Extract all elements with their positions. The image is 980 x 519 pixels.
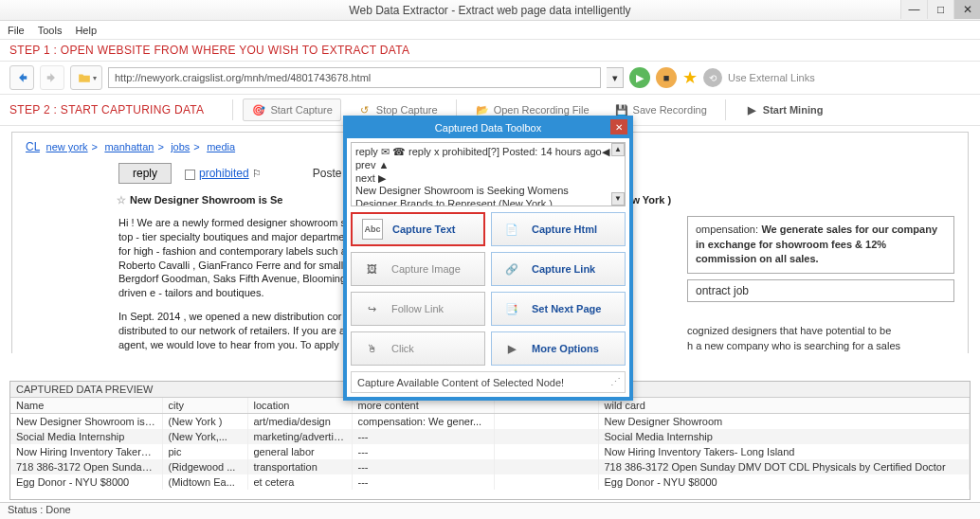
minimize-button[interactable]: — — [900, 0, 927, 19]
start-mining-button[interactable]: ▶Start Mining — [735, 98, 832, 121]
url-text: http://newyork.craigslist.org/mnh/med/48… — [115, 72, 371, 83]
dialog-close-button[interactable]: ✕ — [610, 119, 627, 134]
crumb-area[interactable]: manhattan — [104, 141, 154, 152]
stop-button[interactable]: ■ — [656, 67, 677, 88]
dialog-footer-text: Capture Available Content of Selected No… — [357, 377, 564, 388]
dialog-title: Captured Data Toolbox — [435, 122, 541, 134]
back-button[interactable] — [9, 65, 34, 90]
post-body-right: cognized designers that have potential t… — [687, 323, 954, 353]
text-icon: Abc — [362, 219, 383, 240]
more-options-button[interactable]: ▶More Options — [491, 331, 626, 366]
compensation-box: ompensation: We generate sales for our c… — [687, 216, 954, 274]
follow-icon: ↪ — [361, 298, 382, 319]
dialog-footer: Capture Available Content of Selected No… — [351, 371, 626, 393]
nav-bar: ▾ http://newyork.craigslist.org/mnh/med/… — [0, 62, 980, 95]
go-button[interactable]: ▶ — [629, 67, 650, 88]
click-button[interactable]: 🖱Click — [351, 331, 485, 366]
favorite-icon[interactable]: ★ — [682, 67, 698, 88]
url-input[interactable]: http://newyork.craigslist.org/mnh/med/48… — [108, 67, 601, 88]
image-icon: 🖼 — [361, 259, 382, 279]
dialog-title-bar[interactable]: Captured Data Toolbox ✕ — [347, 119, 629, 138]
star-outline-icon[interactable]: ☆ — [117, 194, 126, 206]
scroll-down-icon[interactable]: ▼ — [611, 192, 625, 206]
next-page-icon: 📑 — [501, 298, 522, 319]
external-links-toggle[interactable]: ⟲ Use External Links — [703, 68, 815, 87]
dialog-content-preview[interactable]: reply ✉ ☎ reply x prohibited[?] Posted: … — [351, 142, 626, 206]
capture-image-button[interactable]: 🖼Capture Image — [351, 252, 485, 286]
window-buttons: — □ ✕ — [900, 0, 980, 19]
menu-file[interactable]: File — [8, 25, 25, 36]
url-dropdown[interactable]: ▾ — [607, 67, 624, 88]
col-location[interactable]: location — [247, 398, 352, 414]
link-icon: 🔗 — [501, 259, 522, 279]
table-row[interactable]: Now Hiring Inventory Takers- ...picgener… — [10, 444, 970, 459]
more-icon: ▶ — [501, 338, 522, 359]
window-title: Web Data Extractor - Extract web page da… — [349, 4, 630, 17]
resize-grip-icon[interactable]: ⋰ — [610, 376, 619, 388]
click-icon: 🖱 — [361, 338, 382, 359]
mining-icon: ▶ — [744, 102, 759, 117]
maximize-button[interactable]: □ — [927, 0, 953, 19]
preview-table[interactable]: Name city location more content wild car… — [10, 398, 970, 490]
open-folder-button[interactable]: ▾ — [70, 65, 102, 90]
post-body: Hi ! We are a newly formed designer show… — [118, 216, 355, 353]
forward-button[interactable] — [40, 65, 64, 90]
prohibited-flag[interactable]: prohibited ⚐ — [185, 167, 262, 180]
step-2-label: STEP 2 : START CAPTURING DATA — [9, 103, 204, 116]
title-bar: Web Data Extractor - Extract web page da… — [0, 0, 980, 21]
reply-button[interactable]: reply — [118, 163, 172, 184]
col-city[interactable]: city — [162, 398, 247, 414]
start-capture-button[interactable]: 🎯Start Capture — [243, 98, 340, 121]
crumb-region[interactable]: new york — [46, 141, 88, 152]
col-name[interactable]: Name — [10, 398, 162, 414]
contract-box: ontract job — [687, 279, 954, 302]
menu-help[interactable]: Help — [75, 25, 97, 36]
capture-link-button[interactable]: 🔗Capture Link — [491, 252, 626, 286]
table-row[interactable]: Social Media Internship(New York,...mark… — [10, 429, 970, 444]
table-row[interactable]: New Designer Showroom is S...(New York )… — [10, 414, 970, 430]
scroll-up-icon[interactable]: ▲ — [611, 143, 625, 156]
cl-home-link[interactable]: CL — [26, 140, 40, 153]
crumb-subcategory[interactable]: media — [207, 141, 235, 152]
crumb-category[interactable]: jobs — [171, 141, 190, 152]
record-icon: 🎯 — [251, 102, 266, 117]
table-row[interactable]: Egg Donor - NYU $8000(Midtown Ea...et ce… — [10, 474, 970, 490]
posted-label: Poste — [313, 167, 342, 180]
capture-html-button[interactable]: 📄Capture Html — [491, 212, 626, 246]
link-icon: ⟲ — [703, 68, 722, 87]
status-bar: Status : Done — [0, 502, 980, 519]
close-button[interactable]: ✕ — [953, 0, 980, 19]
step-1-label: STEP 1 : OPEN WEBSITE FROM WHERE YOU WIS… — [9, 44, 409, 57]
col-wildcard[interactable]: wild card — [598, 398, 970, 414]
follow-link-button[interactable]: ↪Follow Link — [351, 292, 485, 326]
menu-tools[interactable]: Tools — [38, 25, 63, 36]
table-row[interactable]: 718 386-3172 Open Sunday ...(Ridgewood .… — [10, 459, 970, 474]
captured-data-toolbox[interactable]: Captured Data Toolbox ✕ reply ✉ ☎ reply … — [343, 116, 633, 401]
html-icon: 📄 — [501, 219, 522, 240]
set-next-page-button[interactable]: 📑Set Next Page — [491, 292, 626, 326]
step-1-row: STEP 1 : OPEN WEBSITE FROM WHERE YOU WIS… — [0, 40, 980, 62]
capture-text-button[interactable]: AbcCapture Text — [351, 212, 485, 246]
external-links-label: Use External Links — [728, 72, 815, 83]
menu-bar: File Tools Help — [0, 21, 980, 40]
